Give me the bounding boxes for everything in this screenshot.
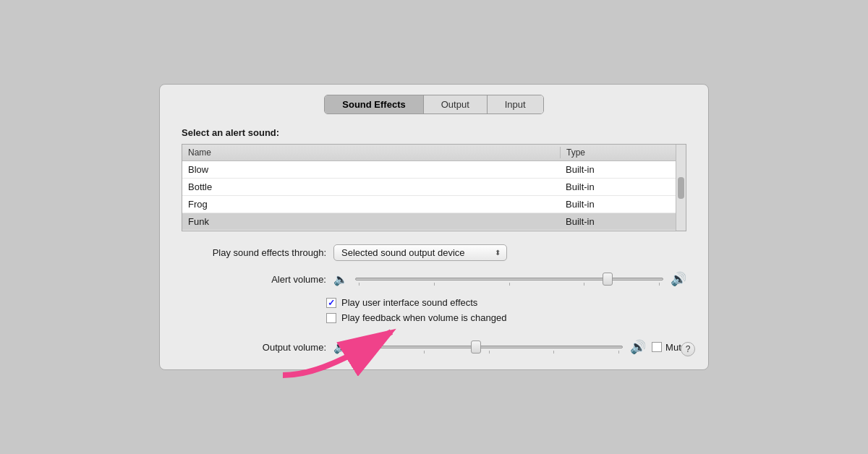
- chevron-down-icon: ⬍: [495, 249, 501, 257]
- tab-output[interactable]: Output: [424, 95, 488, 113]
- checkbox-section: ✓ Play user interface sound effects Play…: [182, 297, 686, 327]
- tick: [359, 283, 359, 286]
- sound-name: Frog: [182, 198, 560, 210]
- volume-low-icon: 🔈: [333, 273, 348, 286]
- checkmark-icon: ✓: [328, 298, 335, 308]
- tab-input[interactable]: Input: [488, 95, 543, 113]
- alert-volume-slider-container: [352, 278, 666, 280]
- alert-volume-thumb[interactable]: [603, 273, 613, 286]
- feedback-checkbox-row: Play feedback when volume is changed: [326, 312, 506, 323]
- table-row[interactable]: Bottle Built-in: [182, 179, 686, 196]
- tick: [434, 283, 435, 286]
- tick: [509, 283, 510, 286]
- output-volume-low-icon: 🔈: [333, 340, 348, 354]
- table-row[interactable]: Frog Built-in: [182, 196, 686, 213]
- sound-list[interactable]: Name Type Blow Built-in Bottle Built-in …: [182, 144, 686, 231]
- list-header: Name Type: [182, 145, 686, 161]
- tick: [359, 351, 359, 354]
- alert-volume-row: Alert volume: 🔈 🔊: [182, 271, 686, 287]
- output-volume-thumb[interactable]: [471, 340, 481, 354]
- tick: [659, 283, 660, 286]
- scrollbar-track[interactable]: [676, 145, 686, 231]
- sound-type: Built-in: [560, 215, 676, 228]
- content-area: Select an alert sound: Name Type Blow Bu…: [160, 127, 708, 355]
- play-through-row: Play sound effects through: Selected sou…: [182, 244, 686, 261]
- output-volume-slider-container: [352, 346, 626, 348]
- ui-sound-checkbox-row: ✓ Play user interface sound effects: [326, 297, 477, 308]
- volume-high-icon: 🔊: [671, 271, 686, 287]
- feedback-volume-label: Play feedback when volume is changed: [341, 312, 506, 323]
- tab-group: Sound Effects Output Input: [324, 95, 543, 114]
- tab-bar: Sound Effects Output Input: [160, 85, 708, 114]
- type-column-header: Type: [560, 147, 676, 158]
- tick: [424, 351, 425, 354]
- alert-volume-slider[interactable]: [355, 278, 663, 280]
- play-through-label: Play sound effects through:: [182, 247, 326, 258]
- tick: [584, 283, 584, 286]
- output-volume-row: Output volume: 🔈 🔊: [182, 339, 686, 355]
- table-row[interactable]: Blow Built-in: [182, 161, 686, 179]
- sound-type: Built-in: [560, 181, 676, 193]
- mute-checkbox[interactable]: [652, 342, 662, 352]
- alert-volume-label: Alert volume:: [182, 274, 326, 285]
- sound-name: Bottle: [182, 181, 560, 193]
- slider-ticks: [356, 283, 663, 286]
- output-slider-ticks: [356, 351, 622, 354]
- sound-name: Blow: [182, 163, 560, 176]
- tick: [553, 351, 554, 354]
- tick: [618, 351, 619, 354]
- output-volume-high-icon: 🔊: [630, 339, 646, 355]
- sound-type: Built-in: [560, 163, 676, 176]
- table-row[interactable]: Funk Built-in: [182, 213, 686, 231]
- sound-type: Built-in: [560, 198, 676, 210]
- sound-name: Funk: [182, 215, 560, 228]
- output-volume-slider[interactable]: [355, 346, 623, 348]
- output-volume-label: Output volume:: [182, 342, 326, 353]
- alert-sound-label: Select an alert sound:: [182, 127, 686, 138]
- ui-sound-effects-checkbox[interactable]: ✓: [326, 298, 336, 308]
- sound-panel: Sound Effects Output Input Select an ale…: [159, 84, 709, 370]
- ui-sound-effects-label: Play user interface sound effects: [341, 297, 477, 308]
- dropdown-value: Selected sound output device: [341, 247, 490, 258]
- tick: [489, 351, 490, 354]
- play-through-dropdown[interactable]: Selected sound output device ⬍: [333, 244, 507, 261]
- name-column-header: Name: [182, 147, 560, 158]
- scrollbar-thumb[interactable]: [678, 177, 684, 199]
- tab-sound-effects[interactable]: Sound Effects: [325, 95, 423, 113]
- feedback-volume-checkbox[interactable]: [326, 313, 336, 323]
- help-button[interactable]: ?: [681, 342, 695, 356]
